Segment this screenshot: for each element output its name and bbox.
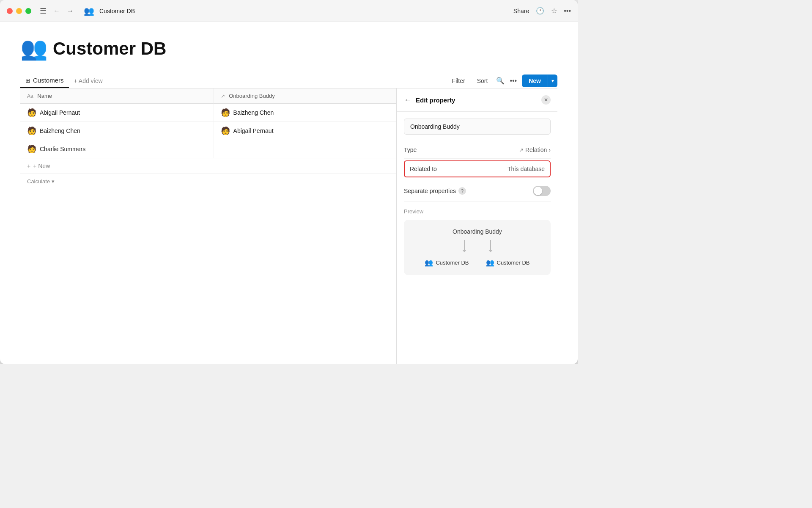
col-onboarding: ↗ Onboarding Buddy <box>214 88 396 104</box>
new-chevron-icon[interactable]: ▾ <box>548 75 557 87</box>
name-3: Charlie Summers <box>40 146 85 152</box>
arrow-line-right <box>490 240 491 250</box>
page-header: 👥 Customer DB <box>20 36 557 61</box>
panel-back-button[interactable]: ← <box>404 96 411 105</box>
preview-arrows <box>464 240 491 250</box>
col-onboarding-label: Onboarding Buddy <box>229 93 274 99</box>
edit-property-panel: ← Edit property ✕ Type ↗ Relation › <box>397 88 557 364</box>
preview-databases: 👥 Customer DB 👥 Customer DB <box>425 259 529 267</box>
menu-icon[interactable]: ☰ <box>40 6 47 16</box>
separate-properties-toggle[interactable] <box>533 186 551 196</box>
nav-buttons: ← → <box>52 6 75 16</box>
new-row-label: + New <box>33 163 50 169</box>
new-row-button[interactable]: + + New <box>20 158 396 174</box>
share-button[interactable]: Share <box>513 8 529 14</box>
relation-arrow-icon: ↗ <box>519 147 524 153</box>
preview-db-item-1: 👥 Customer DB <box>425 259 469 267</box>
cell-name-1[interactable]: 🧑 Abigail Pernaut <box>20 104 214 122</box>
add-view-label: + Add view <box>74 77 103 84</box>
col-name-label: Name <box>37 93 52 99</box>
tabs-left: ⊞ Customers + Add view <box>20 73 106 88</box>
calculate-chevron-icon: ▾ <box>52 178 55 185</box>
buddy-avatar-1: 🧑 <box>221 108 230 117</box>
related-to-label: Related to <box>410 166 437 172</box>
preview-section: Preview Onboarding Buddy <box>404 202 551 275</box>
separate-label: Separate properties <box>404 188 456 194</box>
type-value[interactable]: ↗ Relation › <box>519 146 551 153</box>
history-icon[interactable]: 🕐 <box>536 7 544 15</box>
panel-close-button[interactable]: ✕ <box>541 95 551 105</box>
sort-button[interactable]: Sort <box>474 76 491 86</box>
preview-db-icon-1: 👥 <box>425 259 433 267</box>
panel-body: Type ↗ Relation › Related to This databa… <box>397 112 557 364</box>
calculate-button[interactable]: Calculate ▾ <box>20 174 396 189</box>
more-options-icon[interactable]: ••• <box>510 77 517 85</box>
database-table: Aa Name ↗ Onboarding Buddy <box>20 88 396 158</box>
page-icon: 👥 <box>84 6 94 16</box>
help-icon[interactable]: ? <box>458 187 466 195</box>
name-2: Baizheng Chen <box>40 127 80 134</box>
type-value-text: Relation <box>525 146 547 153</box>
type-row: Type ↗ Relation › <box>404 141 551 159</box>
avatar-2: 🧑 <box>27 126 36 135</box>
related-to-row[interactable]: Related to This database <box>404 160 551 177</box>
content-area: Aa Name ↗ Onboarding Buddy <box>20 88 557 364</box>
tab-customers-label: Customers <box>33 77 64 84</box>
back-button[interactable]: ← <box>52 6 62 16</box>
tabs-right: Filter Sort 🔍 ••• New ▾ <box>449 75 557 87</box>
col-name: Aa Name <box>20 88 214 104</box>
page-header-title: Customer DB <box>53 39 166 59</box>
type-label: Type <box>404 146 417 153</box>
table-row: 🧑 Charlie Summers <box>20 140 396 158</box>
preview-arrow-right <box>490 240 491 250</box>
titlebar: ☰ ← → 👥 Customer DB Share 🕐 ☆ ••• <box>0 0 578 22</box>
table-icon: ⊞ <box>25 77 30 84</box>
window: ☰ ← → 👥 Customer DB Share 🕐 ☆ ••• 👥 Cust… <box>0 0 578 364</box>
panel-title: Edit property <box>416 97 537 104</box>
cell-buddy-1[interactable]: 🧑 Baizheng Chen <box>214 104 396 122</box>
cell-buddy-2[interactable]: 🧑 Abigail Pernaut <box>214 122 396 140</box>
separate-properties-row: Separate properties ? <box>404 181 551 202</box>
filter-button[interactable]: Filter <box>449 76 469 86</box>
preview-label: Preview <box>404 208 551 215</box>
tabs-bar: ⊞ Customers + Add view Filter Sort 🔍 •••… <box>20 73 557 88</box>
cell-name-2[interactable]: 🧑 Baizheng Chen <box>20 122 214 140</box>
calculate-label: Calculate <box>27 178 50 185</box>
avatar-3: 🧑 <box>27 144 36 154</box>
tab-customers[interactable]: ⊞ Customers <box>20 73 69 88</box>
preview-db-icon-2: 👥 <box>486 259 494 267</box>
avatar-1: 🧑 <box>27 108 36 117</box>
titlebar-right: Share 🕐 ☆ ••• <box>513 7 571 15</box>
type-chevron-icon: › <box>549 146 551 153</box>
add-view-button[interactable]: + Add view <box>71 74 106 88</box>
forward-button[interactable]: → <box>65 6 75 16</box>
close-button[interactable] <box>7 8 13 14</box>
main-content: 👥 Customer DB ⊞ Customers + Add view Fil… <box>0 22 578 364</box>
buddy-name-2: Abigail Pernaut <box>233 127 274 134</box>
cell-name-3[interactable]: 🧑 Charlie Summers <box>20 140 214 158</box>
preview-db-item-2: 👥 Customer DB <box>486 259 530 267</box>
cell-buddy-3[interactable] <box>214 140 396 158</box>
minimize-button[interactable] <box>16 8 22 14</box>
buddy-name-1: Baizheng Chen <box>233 109 274 116</box>
buddy-avatar-2: 🧑 <box>221 126 230 135</box>
star-icon[interactable]: ☆ <box>551 7 557 15</box>
table-row: 🧑 Baizheng Chen 🧑 Abigail Pernaut <box>20 122 396 140</box>
new-row-icon: + <box>27 163 30 169</box>
search-icon[interactable]: 🔍 <box>496 77 505 85</box>
page-header-icon: 👥 <box>20 36 48 61</box>
property-name-input[interactable] <box>404 119 551 135</box>
more-icon[interactable]: ••• <box>564 7 571 15</box>
traffic-lights <box>7 8 31 14</box>
new-button[interactable]: New <box>522 75 548 87</box>
separate-label-group: Separate properties ? <box>404 187 466 195</box>
page-title-titlebar: Customer DB <box>99 8 135 14</box>
preview-db-name-2: Customer DB <box>497 260 530 266</box>
table-area: Aa Name ↗ Onboarding Buddy <box>20 88 397 364</box>
panel-header: ← Edit property ✕ <box>397 88 557 112</box>
arrow-line-left <box>464 240 465 250</box>
fullscreen-button[interactable] <box>25 8 31 14</box>
preview-property-name: Onboarding Buddy <box>453 228 502 235</box>
name-1: Abigail Pernaut <box>40 109 80 116</box>
preview-db-name-1: Customer DB <box>436 260 469 266</box>
